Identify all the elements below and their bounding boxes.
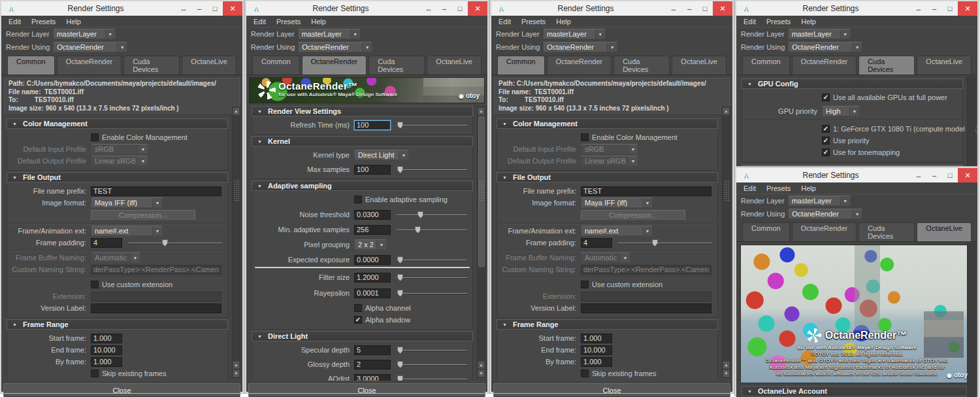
titlebar[interactable]: Render Settings ↔ – □ ✕ bbox=[736, 168, 977, 182]
refresh-time-slider[interactable] bbox=[397, 121, 467, 129]
tab-octanelive[interactable]: OctaneLive bbox=[672, 56, 727, 75]
vertical-scrollbar[interactable] bbox=[967, 77, 975, 169]
vertical-scrollbar[interactable]: ▲ ▲ ▼ bbox=[232, 107, 240, 378]
render-layer-dropdown[interactable]: masterLayer ▼ bbox=[298, 29, 361, 39]
frame-padding-input[interactable] bbox=[581, 238, 612, 248]
enable-color-management-checkbox[interactable] bbox=[91, 133, 99, 141]
close-button[interactable]: ✕ bbox=[223, 1, 242, 16]
enable-adaptive-sampling-checkbox[interactable] bbox=[354, 196, 362, 203]
maximize-button[interactable]: □ bbox=[697, 1, 713, 16]
resize-icon[interactable]: ↔ bbox=[666, 1, 681, 16]
gpu-device-checkbox[interactable]: ✓ bbox=[822, 125, 830, 133]
menu-presets[interactable]: Presets bbox=[521, 18, 546, 26]
use-for-tonemapping-checkbox[interactable]: ✓ bbox=[822, 148, 830, 156]
close-button[interactable]: ✕ bbox=[958, 1, 977, 16]
render-layer-dropdown[interactable]: masterLayer ▼ bbox=[53, 29, 116, 39]
rayepsilon-slider[interactable] bbox=[397, 289, 467, 298]
section-header[interactable]: ▼ Color Management bbox=[7, 118, 228, 129]
frame-ext-dropdown[interactable]: name#.ext ▼ bbox=[91, 226, 163, 236]
scroll-up-icon[interactable]: ▲ bbox=[478, 107, 485, 115]
section-header[interactable]: ▼ Direct Light bbox=[252, 331, 473, 341]
by-frame-input[interactable] bbox=[91, 357, 122, 367]
menu-help[interactable]: Help bbox=[66, 18, 81, 26]
render-using-dropdown[interactable]: OctaneRender ▼ bbox=[788, 42, 862, 52]
close-dialog-button[interactable]: Close bbox=[248, 383, 485, 397]
minimize-button[interactable]: – bbox=[926, 1, 942, 16]
section-header[interactable]: ▼ Render View Settings bbox=[252, 106, 473, 116]
scroll-down-icon[interactable]: ▼ bbox=[478, 370, 485, 377]
resize-icon[interactable]: ↔ bbox=[911, 1, 926, 16]
expected-exposure-input[interactable] bbox=[354, 255, 391, 265]
render-layer-dropdown[interactable]: masterLayer ▼ bbox=[788, 196, 851, 206]
section-header[interactable]: ▼ Adaptive sampling bbox=[252, 181, 473, 191]
gpu-priority-dropdown[interactable]: High ▼ bbox=[822, 106, 860, 116]
scroll-down-icon[interactable]: ▼ bbox=[233, 370, 240, 377]
max-samples-slider[interactable] bbox=[397, 165, 467, 174]
resize-grip[interactable] bbox=[724, 180, 730, 201]
tab-octanelive[interactable]: OctaneLive bbox=[917, 222, 972, 241]
tab-common[interactable]: Common bbox=[252, 56, 300, 75]
filter-size-slider[interactable] bbox=[397, 273, 467, 282]
render-using-dropdown[interactable]: OctaneRender ▼ bbox=[788, 209, 862, 219]
resize-grip[interactable] bbox=[479, 180, 485, 201]
frame-padding-input[interactable] bbox=[91, 238, 122, 248]
use-custom-extension-checkbox[interactable] bbox=[91, 281, 99, 288]
min-adaptive-samples-slider[interactable] bbox=[397, 226, 467, 234]
alpha-shadow-checkbox[interactable]: ✓ bbox=[354, 316, 362, 324]
glossy-depth-slider[interactable] bbox=[397, 360, 467, 369]
tab-cuda-devices[interactable]: Cuda Devices bbox=[368, 56, 425, 75]
end-frame-input[interactable] bbox=[581, 345, 612, 355]
tab-common[interactable]: Common bbox=[7, 56, 55, 75]
image-format-dropdown[interactable]: Maya IFF (iff) ▼ bbox=[581, 198, 653, 208]
scroll-up-icon[interactable]: ▲ bbox=[723, 361, 730, 369]
specular-depth-input[interactable] bbox=[354, 345, 391, 355]
maximize-button[interactable]: □ bbox=[942, 168, 958, 182]
vertical-scrollbar[interactable]: ▲ ▲ ▼ bbox=[477, 107, 485, 378]
start-frame-input[interactable] bbox=[581, 334, 612, 343]
close-dialog-button[interactable]: Close bbox=[493, 383, 730, 397]
tab-octanelive[interactable]: OctaneLive bbox=[427, 56, 482, 75]
image-format-dropdown[interactable]: Maya IFF (iff) ▼ bbox=[91, 198, 163, 208]
version-input[interactable] bbox=[581, 303, 711, 313]
scroll-up-icon[interactable]: ▲ bbox=[233, 361, 240, 369]
filter-size-input[interactable] bbox=[354, 273, 391, 283]
tab-octanelive[interactable]: OctaneLive bbox=[182, 56, 237, 75]
menu-help[interactable]: Help bbox=[556, 18, 571, 26]
end-frame-input[interactable] bbox=[91, 345, 122, 355]
tab-octanerender[interactable]: OctaneRender bbox=[57, 56, 122, 75]
section-header[interactable]: ▼ Color Management bbox=[497, 118, 718, 129]
start-frame-input[interactable] bbox=[91, 334, 122, 343]
tab-octanelive[interactable]: OctaneLive bbox=[917, 56, 972, 75]
specular-depth-slider[interactable] bbox=[397, 346, 467, 354]
maximize-button[interactable]: □ bbox=[452, 1, 468, 16]
use-all-gpus-checkbox[interactable]: ✓ bbox=[822, 94, 830, 101]
resize-icon[interactable]: ↔ bbox=[421, 1, 436, 16]
menu-edit[interactable]: Edit bbox=[498, 18, 511, 26]
min-adaptive-samples-input[interactable] bbox=[354, 225, 391, 235]
glossy-depth-input[interactable] bbox=[354, 360, 391, 370]
titlebar[interactable]: Render Settings ↔ – □ ✕ bbox=[736, 1, 977, 16]
tab-common[interactable]: Common bbox=[497, 56, 545, 75]
maximize-button[interactable]: □ bbox=[207, 1, 223, 16]
section-header[interactable]: ▼ GPU Config bbox=[742, 78, 963, 89]
menu-help[interactable]: Help bbox=[311, 18, 326, 26]
tab-octanerender[interactable]: OctaneRender bbox=[302, 56, 367, 75]
resize-icon[interactable]: ↔ bbox=[911, 168, 926, 182]
section-header[interactable]: ▼ Frame Range bbox=[7, 319, 228, 330]
pixel-grouping-dropdown[interactable]: 2 x 2 ▼ bbox=[354, 239, 387, 250]
titlebar[interactable]: Render Settings ↔ – □ ✕ bbox=[246, 1, 487, 16]
scroll-up-icon[interactable]: ▲ bbox=[478, 361, 485, 369]
skip-existing-frames-checkbox[interactable] bbox=[91, 370, 99, 377]
file-prefix-input[interactable] bbox=[581, 186, 711, 196]
close-button[interactable]: ✕ bbox=[713, 1, 732, 16]
vertical-scrollbar[interactable]: ▲ ▲ ▼ bbox=[722, 107, 730, 378]
minimize-button[interactable]: – bbox=[191, 1, 207, 16]
use-custom-extension-checkbox[interactable] bbox=[581, 281, 589, 288]
close-button[interactable]: ✕ bbox=[958, 168, 977, 182]
menu-presets[interactable]: Presets bbox=[31, 18, 56, 26]
expected-exposure-slider[interactable] bbox=[397, 256, 467, 264]
menu-presets[interactable]: Presets bbox=[766, 184, 791, 192]
minimize-button[interactable]: – bbox=[436, 1, 452, 16]
tab-cuda-devices[interactable]: Cuda Devices bbox=[123, 56, 180, 75]
render-using-dropdown[interactable]: OctaneRender ▼ bbox=[298, 42, 372, 52]
